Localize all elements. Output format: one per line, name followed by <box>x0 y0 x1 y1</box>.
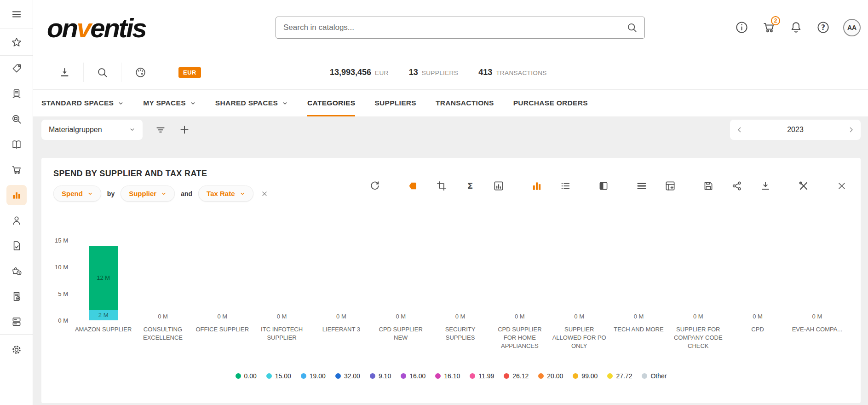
legend-dot-icon <box>236 373 241 379</box>
hamburger-menu-icon <box>11 8 23 20</box>
tab-label: SUPPLIERS <box>374 99 416 107</box>
user-avatar[interactable]: AA <box>843 19 861 36</box>
legend-item-0-00[interactable]: 0.00 <box>236 372 257 380</box>
currency-badge[interactable]: EUR <box>178 67 201 78</box>
legend-item-other[interactable]: Other <box>642 372 667 380</box>
bar-stack: 12 M2 M <box>89 246 118 320</box>
stat-label: EUR <box>375 69 389 76</box>
bar-area: 0 M <box>133 240 192 320</box>
bar-segment-15-00[interactable]: 2 M <box>89 310 118 320</box>
chevron-down-icon <box>118 100 124 106</box>
sum-button[interactable]: Σ <box>464 180 476 192</box>
stats-bar: EUR 13,993,456EUR13SUPPLIERS413TRANSACTI… <box>33 55 868 90</box>
search-package-icon <box>11 113 23 125</box>
stat-value: 13 <box>409 68 418 77</box>
next-year-button[interactable] <box>847 126 855 134</box>
cart-button[interactable]: 2 <box>762 20 776 35</box>
theme-button[interactable] <box>121 63 159 82</box>
sidebar-item-contracts[interactable] <box>0 233 33 258</box>
dimension-pill[interactable]: Supplier <box>121 185 175 202</box>
tab-standard-spaces[interactable]: STANDARD SPACES <box>41 90 124 116</box>
sidebar-item-suppliers[interactable] <box>0 208 33 233</box>
legend-item-32-00[interactable]: 32.00 <box>335 372 360 380</box>
sidebar-item-approvals[interactable] <box>0 81 33 106</box>
tab-suppliers[interactable]: SUPPLIERS <box>374 90 416 116</box>
legend-item-9-10[interactable]: 9.10 <box>370 372 391 380</box>
dimension-select[interactable]: Materialgruppen <box>41 120 143 140</box>
svg-text:Σ: Σ <box>467 181 473 191</box>
legend-item-11-99[interactable]: 11.99 <box>470 372 494 380</box>
sidebar-item-order-history[interactable] <box>0 258 33 284</box>
dimension-pill-label: Supplier <box>129 190 156 197</box>
download-button[interactable] <box>759 180 771 192</box>
prev-year-button[interactable] <box>736 126 744 134</box>
sidebar-item-product-search[interactable] <box>0 106 33 132</box>
chart-column: 12 M2 MAMAZON SUPPLIER <box>74 240 133 352</box>
filter-button[interactable] <box>155 124 167 136</box>
crop-button[interactable] <box>436 180 448 192</box>
tab-purchase-orders[interactable]: PURCHASE ORDERS <box>513 90 588 116</box>
remove-dimension-button[interactable] <box>261 190 268 197</box>
legend-item-27-72[interactable]: 27.72 <box>607 372 632 380</box>
legend-dot-icon <box>573 373 578 379</box>
info-button[interactable] <box>735 20 749 35</box>
dimension2-pill-label: Tax Rate <box>207 190 235 197</box>
close-panel-button[interactable] <box>836 180 848 192</box>
notifications-button[interactable] <box>789 20 803 35</box>
detail-card-icon <box>598 180 609 192</box>
legend-item-15-00[interactable]: 15.00 <box>266 372 291 380</box>
catalog-search-input[interactable] <box>283 23 626 32</box>
tab-transactions[interactable]: TRANSACTIONS <box>436 90 494 116</box>
refresh-button[interactable] <box>369 180 381 192</box>
legend-dot-icon <box>266 373 272 379</box>
conjunction-by: by <box>107 190 115 197</box>
list-view-button[interactable] <box>559 180 571 192</box>
search-icon[interactable] <box>626 22 638 34</box>
legend-item-16-00[interactable]: 16.00 <box>401 372 425 380</box>
legend-item-99-00[interactable]: 99.00 <box>573 372 598 380</box>
sidebar-item-favorites[interactable] <box>0 29 33 55</box>
year-navigator: 2023 <box>730 120 861 140</box>
legend-item-16-10[interactable]: 16.10 <box>435 372 460 380</box>
legend-item-20-00[interactable]: 20.00 <box>538 372 563 380</box>
bar-value-label: 12 M <box>97 274 110 281</box>
chart-column: 0 MLIEFERANT 3 <box>311 240 371 352</box>
pivot-table-button[interactable] <box>664 180 676 192</box>
sidebar-item-invoices[interactable] <box>0 284 33 309</box>
legend-label: 11.99 <box>478 372 494 380</box>
save-button[interactable] <box>702 180 714 192</box>
tab-shared-spaces[interactable]: SHARED SPACES <box>215 90 288 116</box>
chevron-down-icon <box>240 191 245 197</box>
tools-button[interactable] <box>798 180 810 192</box>
legend-dot-icon <box>401 373 406 379</box>
legend-item-19-00[interactable]: 19.00 <box>301 372 326 380</box>
save-icon <box>702 180 714 192</box>
add-widget-button[interactable] <box>178 124 190 136</box>
tab-categories[interactable]: CATEGORIES <box>307 90 355 116</box>
search-data-button[interactable] <box>84 63 121 82</box>
detail-card-button[interactable] <box>598 180 609 192</box>
export-button[interactable] <box>46 63 84 82</box>
help-button[interactable]: ? <box>816 20 830 35</box>
label-tag-button[interactable] <box>407 180 419 192</box>
sidebar-item-catalogs[interactable] <box>0 132 33 157</box>
share-button[interactable] <box>731 180 743 192</box>
measure-pill[interactable]: Spend <box>53 185 101 202</box>
legend-item-26-12[interactable]: 26.12 <box>504 372 529 380</box>
document-hand-icon <box>11 88 23 100</box>
sidebar-item-deals[interactable] <box>0 56 33 81</box>
sidebar-item-analytics[interactable] <box>0 182 33 208</box>
bar-segment-0-00[interactable]: 12 M <box>89 246 118 310</box>
bar-area: 0 M <box>728 240 787 320</box>
y-tick-label: 10 M <box>55 264 68 271</box>
tab-my-spaces[interactable]: MY SPACES <box>143 90 196 116</box>
sidebar-item-orders[interactable] <box>0 157 33 182</box>
bar-chart-view-button[interactable] <box>531 180 543 192</box>
app-logo[interactable]: onventis <box>47 12 146 43</box>
dimension2-pill[interactable]: Tax Rate <box>198 185 253 202</box>
chart-frame-button[interactable] <box>493 180 505 192</box>
sidebar-item-records[interactable] <box>0 309 33 334</box>
rows-button[interactable] <box>636 180 648 192</box>
sidebar-menu-button[interactable] <box>0 2 33 26</box>
sidebar-item-settings[interactable] <box>0 337 33 362</box>
